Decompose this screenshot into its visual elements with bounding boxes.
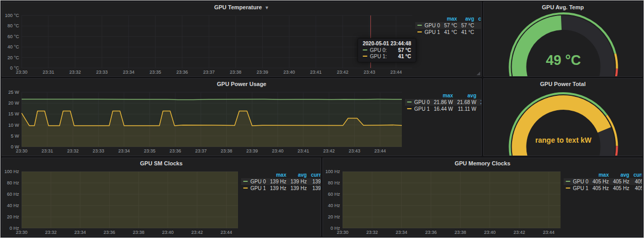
gpu-temperature-legend: max avg current GPU 0 57 °C 57 °C 57 °C … [415, 15, 480, 36]
stat-current: 139 Hz [309, 178, 321, 185]
panel-title-text: GPU Memory Clocks [454, 160, 510, 166]
stat-max: 41 °C [442, 29, 459, 36]
svg-text:23:39: 23:39 [246, 148, 258, 154]
stat-avg: 11.11 W [455, 106, 478, 112]
panel-title-gpu-temperature[interactable]: GPU Temperature▼ [2, 3, 481, 11]
panel-resize-handle[interactable] [477, 72, 480, 75]
panel-title-gpu-sm-clocks[interactable]: GPU SM Clocks [2, 159, 320, 167]
legend-header-current: current [476, 15, 482, 22]
panel-title-gpu-power-total[interactable]: GPU Power Total [484, 80, 642, 88]
svg-text:23:43: 23:43 [364, 70, 376, 75]
svg-text:23:35: 23:35 [144, 148, 156, 154]
svg-text:100 Hz: 100 Hz [4, 169, 19, 174]
panel-title-text: GPU Avg. Temp [542, 4, 584, 10]
legend-series-gpu0[interactable]: GPU 0 [241, 178, 268, 185]
stat-max: 405 Hz [590, 178, 611, 185]
svg-text:23:36: 23:36 [170, 148, 181, 154]
svg-text:20 Hz: 20 Hz [7, 214, 19, 219]
panel-title-gpu-memory-clocks[interactable]: GPU Memory Clocks [323, 159, 642, 167]
svg-text:23:41: 23:41 [310, 70, 322, 75]
gpu-power-usage-chart[interactable]: 0 W5 W10 W15 W20 W25 W23:3023:3123:3223:… [3, 88, 405, 155]
grafana-dashboard: GPU Temperature▼ 0 °C20 °C40 °C60 °C80 °… [0, 0, 644, 238]
series-swatch [243, 181, 248, 182]
legend-series-gpu0[interactable]: GPU 0 [415, 22, 442, 29]
gpu-sm-clocks-chart[interactable]: 0 Hz20 Hz40 Hz60 Hz80 Hz100 Hz23:3023:32… [3, 167, 241, 236]
svg-text:60 Hz: 60 Hz [7, 192, 19, 197]
gpu-memory-clocks-chart[interactable]: 0 Hz20 Hz40 Hz60 Hz80 Hz100 Hz23:3023:32… [324, 167, 564, 236]
legend-row-gpu0: GPU 0 57 °C 57 °C 57 °C [415, 22, 482, 29]
svg-text:23:39: 23:39 [257, 70, 268, 75]
svg-text:23:40: 23:40 [283, 70, 295, 75]
svg-text:23:44: 23:44 [391, 70, 402, 75]
svg-text:23:40: 23:40 [162, 230, 174, 235]
panel-title-gpu-power-usage[interactable]: GPU Power Usage [2, 80, 481, 88]
panel-gpu-sm-clocks: GPU SM Clocks 0 Hz20 Hz40 Hz60 Hz80 Hz10… [2, 158, 321, 236]
panel-title-gpu-avg-temp[interactable]: GPU Avg. Temp [484, 3, 642, 11]
stat-current: 139 Hz [309, 185, 321, 192]
panel-gpu-temperature: GPU Temperature▼ 0 °C20 °C40 °C60 °C80 °… [2, 2, 482, 77]
stat-avg: 139 Hz [289, 185, 309, 192]
svg-text:23:42: 23:42 [191, 230, 203, 235]
legend-row-gpu0: GPU 0 139 Hz 139 Hz 139 Hz [241, 178, 321, 185]
series-swatch [243, 188, 248, 189]
legend-series-gpu0[interactable]: GPU 0 [405, 99, 432, 106]
svg-text:23:41: 23:41 [297, 148, 309, 154]
svg-text:23:40: 23:40 [272, 148, 284, 154]
graph-tooltip: 2020-05-01 23:44:48 GPU 0: 57 °C GPU 1: … [358, 38, 416, 62]
gpu-temperature-chart[interactable]: 0 °C20 °C40 °C60 °C80 °C100 °C23:3023:31… [3, 11, 415, 76]
svg-text:23:37: 23:37 [195, 148, 207, 154]
legend-row-gpu1: GPU 1 139 Hz 139 Hz 139 Hz [241, 185, 321, 192]
legend-series-gpu1[interactable]: GPU 1 [415, 29, 442, 36]
legend-header-avg: avg [289, 172, 309, 178]
svg-text:23:36: 23:36 [104, 230, 115, 235]
panel-gpu-memory-clocks: GPU Memory Clocks 0 Hz20 Hz40 Hz60 Hz80 … [323, 158, 642, 236]
svg-text:23:30: 23:30 [16, 148, 28, 154]
svg-text:40 Hz: 40 Hz [328, 203, 340, 208]
series-swatch [566, 181, 570, 182]
svg-text:20 W: 20 W [8, 100, 20, 106]
svg-text:23:30: 23:30 [16, 70, 28, 75]
svg-text:range to text kW: range to text kW [535, 136, 592, 144]
legend-header-avg: avg [459, 15, 476, 22]
legend-series-gpu1[interactable]: GPU 1 [564, 185, 590, 192]
legend-header-current: current [479, 92, 482, 99]
svg-text:49 °C: 49 °C [546, 53, 581, 68]
legend-series-gpu1[interactable]: GPU 1 [241, 185, 268, 192]
stat-avg: 405 Hz [611, 185, 632, 192]
stat-max: 21.86 W [432, 99, 455, 106]
svg-text:23:31: 23:31 [43, 70, 55, 75]
stat-max: 16.44 W [432, 106, 455, 112]
stat-current: 41 °C [476, 29, 482, 36]
svg-text:23:42: 23:42 [337, 70, 349, 75]
svg-text:40 °C: 40 °C [7, 44, 19, 49]
stat-current: 57 °C [476, 22, 482, 29]
svg-text:23:42: 23:42 [514, 230, 526, 235]
stat-avg: 21.68 W [455, 99, 478, 106]
legend-header-current: current [309, 172, 321, 178]
svg-text:20 °C: 20 °C [7, 55, 19, 60]
svg-text:23:42: 23:42 [323, 148, 335, 154]
stat-current: 405 Hz [631, 185, 642, 192]
legend-series-gpu0[interactable]: GPU 0 [564, 178, 590, 185]
svg-text:80 Hz: 80 Hz [328, 180, 340, 185]
svg-text:23:32: 23:32 [70, 70, 81, 75]
legend-header-max: max [590, 172, 611, 178]
stat-avg: 405 Hz [611, 178, 632, 185]
svg-text:60 °C: 60 °C [7, 34, 19, 39]
series-swatch [407, 108, 412, 109]
svg-text:80 Hz: 80 Hz [7, 180, 19, 185]
legend-row-gpu1: GPU 1 405 Hz 405 Hz 405 Hz [564, 185, 642, 192]
gpu-power-total-gauge: range to text kW [485, 88, 641, 156]
panel-title-text: GPU SM Clocks [140, 160, 183, 166]
svg-text:23:36: 23:36 [425, 230, 437, 235]
svg-text:23:38: 23:38 [230, 70, 242, 75]
svg-text:23:33: 23:33 [96, 70, 108, 75]
svg-text:23:31: 23:31 [41, 148, 53, 154]
svg-text:100 Hz: 100 Hz [325, 169, 340, 174]
stat-avg: 139 Hz [289, 178, 309, 185]
svg-text:23:44: 23:44 [221, 230, 232, 235]
series-swatch [407, 101, 412, 103]
legend-series-gpu1[interactable]: GPU 1 [405, 106, 432, 112]
gpu-power-usage-legend: max avg current GPU 0 21.86 W 21.68 W 21… [405, 92, 480, 112]
legend-header-avg: avg [455, 92, 478, 99]
